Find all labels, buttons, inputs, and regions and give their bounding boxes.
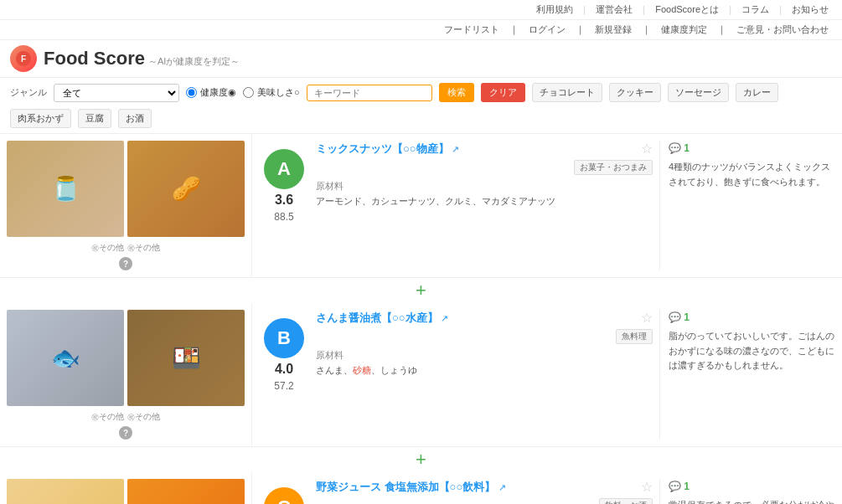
nav-foodlist[interactable]: フードリスト <box>444 23 499 36</box>
tag-curry[interactable]: カレー <box>736 83 778 102</box>
food-1-comment-text: 4種類のナッツがバランスよくミックスされており、飽きずに食べられます。 <box>669 160 835 189</box>
food-1-tag-0: お菓子・おつまみ <box>574 160 653 175</box>
food-2-subscore: 57.2 <box>274 380 293 392</box>
food-1-grade-col: A 3.6 88.5 <box>259 141 309 270</box>
food-3-image-1: 🧃 <box>7 479 124 504</box>
taste-label: 美味しさ○ <box>257 86 300 99</box>
nav-register[interactable]: 新規登録 <box>595 23 632 36</box>
food-2-images: 🐟 🍱 ㊗その他 ㊗その他 ? <box>0 303 251 446</box>
food-2-grade-col: B 4.0 57.2 <box>259 310 309 440</box>
food-3-comment-count: 💬 1 <box>669 479 835 495</box>
health-radio[interactable] <box>186 87 197 98</box>
food-1-ingredients: アーモンド、カシューナッツ、クルミ、マカダミアナッツ <box>316 194 653 208</box>
food-3-grade-circle: C <box>264 487 304 504</box>
food-2-ing-label: 原材料 <box>316 349 653 362</box>
food-2-star[interactable]: ☆ <box>641 310 653 326</box>
logo-text: Food Score ～AIが健康度を判定～ <box>44 48 240 69</box>
food-2-comment-count: 💬 1 <box>669 310 835 326</box>
food-3-images: 🧃 🥤 ㊗その他 ㊗その他 ? <box>0 472 251 504</box>
food-2-comment: 💬 1 脂がのっていておいしいです。ごはんのおかずになる味の濃さなので、こどもに… <box>659 310 835 440</box>
food-1-details: ミックスナッツ【○○物産】 ↗ ☆ お菓子・おつまみ 原材料 アーモンド、カシュ… <box>316 141 653 270</box>
food-1-comment: 💬 1 4種類のナッツがバランスよくミックスされており、飽きずに食べられます。 <box>659 141 835 270</box>
food-item-3: 🧃 🥤 ㊗その他 ㊗その他 ? C 2.0 1.7 <box>0 472 842 504</box>
nav-login[interactable]: ログイン <box>529 23 566 36</box>
food-1-score: 3.6 <box>275 193 293 208</box>
taste-radio[interactable] <box>243 87 254 98</box>
health-label: 健康度◉ <box>200 86 236 99</box>
nav-contact[interactable]: ご意見・お問い合わせ <box>736 23 829 36</box>
logo-icon: F <box>10 45 37 72</box>
food-1-image-2: 🥜 <box>127 141 245 237</box>
food-2-img-label-2: ㊗その他 <box>127 411 160 423</box>
tag-cookie[interactable]: クッキー <box>609 83 661 102</box>
second-nav: フードリスト ｜ ログイン ｜ 新規登録 ｜ 健康度判定 ｜ ご意見・お問い合わ… <box>0 20 842 40</box>
food-3-details: 野菜ジュース 食塩無添加【○○飲料】 ↗ ☆ 飲料・お酒 原材料 野菜（にんじん… <box>316 479 653 504</box>
food-3-external-icon: ↗ <box>498 482 506 492</box>
nav-about[interactable]: FoodScoreとは <box>655 3 719 16</box>
food-3-star[interactable]: ☆ <box>641 479 653 495</box>
food-1-ing-label: 原材料 <box>316 180 653 193</box>
food-1-images: 🫙 🥜 ㊗その他 ㊗その他 ? <box>0 134 251 277</box>
food-2-title: さんま醤油煮【○○水産】 ↗ <box>316 311 448 326</box>
health-radio-group: 健康度◉ <box>186 86 236 99</box>
genre-select[interactable]: 全て お菓子・おつまみ 魚料理 飲料・お酒 <box>54 84 179 102</box>
food-1-img-label-1: ㊗その他 <box>91 242 124 254</box>
food-2-comment-text: 脂がのっていておいしいです。ごはんのおかずになる味の濃さなので、こどもには濃すぎ… <box>669 329 835 373</box>
nav-news[interactable]: お知らせ <box>792 3 829 16</box>
food-1-expand[interactable]: + <box>0 278 842 303</box>
food-item-2: 🐟 🍱 ㊗その他 ㊗その他 ? B 4.0 57.2 <box>0 303 842 472</box>
food-item-1: 🫙 🥜 ㊗その他 ㊗その他 ? A 3.6 88.5 <box>0 134 842 303</box>
nav-health[interactable]: 健康度判定 <box>661 23 707 36</box>
food-3-grade-col: C 2.0 1.7 <box>259 479 309 504</box>
tag-sake[interactable]: お酒 <box>118 109 152 128</box>
tag-meat[interactable]: 肉系おかず <box>10 109 71 128</box>
food-2-details: さんま醤油煮【○○水産】 ↗ ☆ 魚料理 原材料 さんま、砂糖、しょうゆ <box>316 310 653 440</box>
food-1-subscore: 88.5 <box>274 211 293 223</box>
food-2-score: 4.0 <box>275 362 293 377</box>
food-2-image-2: 🍱 <box>127 310 245 406</box>
food-1-comment-count: 💬 1 <box>669 141 835 157</box>
food-list: 🫙 🥜 ㊗その他 ㊗その他 ? A 3.6 88.5 <box>0 134 842 504</box>
food-2-image-1: 🐟 <box>7 310 124 406</box>
food-1-title: ミックスナッツ【○○物産】 ↗ <box>316 141 459 157</box>
food-2-img-label-1: ㊗その他 <box>91 411 124 423</box>
food-2-help-icon[interactable]: ? <box>119 426 132 440</box>
nav-company[interactable]: 運営会社 <box>596 3 633 16</box>
food-1-help-icon[interactable]: ? <box>119 257 132 270</box>
food-3-tag-0: 飲料・お酒 <box>599 498 653 504</box>
taste-radio-group: 美味しさ○ <box>243 86 300 99</box>
food-2-expand[interactable]: + <box>0 447 842 472</box>
food-2-external-icon: ↗ <box>441 313 448 323</box>
logo-bar: F Food Score ～AIが健康度を判定～ <box>0 40 842 78</box>
food-3-right: C 2.0 1.7 野菜ジュース 食塩無添加【○○飲料】 ↗ ☆ 飲料・お酒 <box>251 472 842 504</box>
search-input[interactable] <box>307 85 432 101</box>
food-2-right: B 4.0 57.2 さんま醤油煮【○○水産】 ↗ ☆ 魚料理 <box>251 303 842 446</box>
food-2-ing-highlight: 砂糖 <box>353 365 371 375</box>
food-1-img-label-2: ㊗その他 <box>127 242 160 254</box>
food-1-grade-circle: A <box>264 149 304 189</box>
food-1-tags: お菓子・おつまみ <box>316 160 653 175</box>
food-3-tags: 飲料・お酒 <box>316 498 653 504</box>
search-button[interactable]: 検索 <box>439 83 474 102</box>
food-3-comment-text: 常温保存できるので、必要な分だけ冷やして飲んでいます。凍らせてシャーベットにして… <box>669 498 835 504</box>
genre-label: ジャンル <box>10 86 47 99</box>
food-2-grade-circle: B <box>264 318 304 358</box>
food-3-comment: 💬 1 常温保存できるので、必要な分だけ冷やして飲んでいます。凍らせてシャーベッ… <box>659 479 835 504</box>
food-2-ingredients: さんま、砂糖、しょうゆ <box>316 363 653 378</box>
filter-bar: ジャンル 全て お菓子・おつまみ 魚料理 飲料・お酒 健康度◉ 美味しさ○ 検索… <box>0 78 842 134</box>
food-2-tag-0: 魚料理 <box>616 329 653 344</box>
food-2-tags: 魚料理 <box>316 329 653 344</box>
food-1-right: A 3.6 88.5 ミックスナッツ【○○物産】 ↗ ☆ お菓子・おつまみ <box>251 134 842 277</box>
nav-column[interactable]: コラム <box>741 3 769 16</box>
tag-sausage[interactable]: ソーセージ <box>668 83 729 102</box>
tag-chocolate[interactable]: チョコレート <box>532 83 602 102</box>
svg-text:F: F <box>21 54 26 64</box>
tag-tofu[interactable]: 豆腐 <box>78 109 111 128</box>
clear-button[interactable]: クリア <box>481 83 525 102</box>
nav-terms[interactable]: 利用規約 <box>536 3 573 16</box>
food-3-image-2: 🥤 <box>127 479 245 504</box>
food-1-external-icon: ↗ <box>452 144 459 154</box>
food-1-image-1: 🫙 <box>7 141 124 237</box>
food-1-star[interactable]: ☆ <box>641 141 653 157</box>
food-3-title: 野菜ジュース 食塩無添加【○○飲料】 ↗ <box>316 480 506 495</box>
